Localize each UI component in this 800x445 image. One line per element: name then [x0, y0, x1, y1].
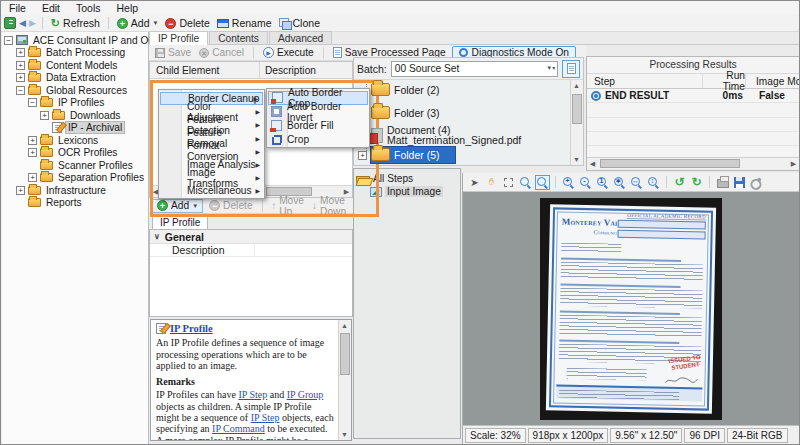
- batch-document-4[interactable]: Document (4)Matt_termination_Signed.pdf: [371, 126, 521, 145]
- vertical-scrollbar[interactable]: ▲ ▼: [570, 80, 583, 165]
- move-down-button[interactable]: ↓Move Down: [310, 195, 350, 217]
- menu-item-image-transforms[interactable]: Image Transforms▶: [159, 171, 264, 184]
- link-ip-group[interactable]: IP Group: [287, 389, 324, 400]
- save-button[interactable]: Save: [153, 47, 193, 58]
- expand-icon[interactable]: [16, 186, 25, 195]
- execute-button[interactable]: ▶Execute: [261, 47, 316, 58]
- tree-item-reports[interactable]: Reports: [2, 197, 148, 210]
- settings-wrench-icon[interactable]: [749, 175, 764, 190]
- rename-button[interactable]: Rename: [215, 17, 274, 29]
- column-step[interactable]: Step: [587, 76, 702, 87]
- zoom-actual-size-icon[interactable]: 1: [595, 175, 610, 190]
- magnifier-tool-icon[interactable]: [535, 175, 550, 190]
- menu-item-auto-border-invert[interactable]: Auto Border Invert: [267, 105, 369, 119]
- tree-item-infrastructure[interactable]: Infrastructure: [2, 184, 148, 197]
- move-up-button[interactable]: ↑Move Up: [269, 195, 306, 217]
- tree-item-separation-profiles[interactable]: Separation Profiles: [2, 172, 148, 185]
- fit-height-icon[interactable]: ↕: [646, 175, 661, 190]
- column-description[interactable]: Description: [260, 65, 316, 76]
- menu-item-crop[interactable]: Crop: [267, 132, 369, 146]
- expand-icon[interactable]: [358, 151, 367, 160]
- tab-ip-profile[interactable]: IP Profile: [149, 31, 208, 45]
- column-run-time[interactable]: Run Time: [702, 74, 745, 88]
- tree-item-global-resources[interactable]: Global Resources: [2, 84, 148, 97]
- horizontal-scrollbar[interactable]: ◀ ▶: [587, 157, 799, 170]
- vertical-scrollbar[interactable]: ▲ ▼: [338, 320, 351, 440]
- tab-advanced[interactable]: Advanced: [269, 31, 332, 44]
- rotate-left-icon[interactable]: ↺: [672, 175, 687, 190]
- zoom-region-icon[interactable]: [518, 175, 533, 190]
- expand-icon[interactable]: [16, 73, 25, 82]
- batch-folder-2[interactable]: Folder (2): [371, 83, 440, 96]
- property-row-description[interactable]: Description: [150, 244, 352, 257]
- tree-item-content-models[interactable]: Content Models: [2, 59, 148, 72]
- select-region-icon[interactable]: [501, 175, 516, 190]
- result-row-end-result[interactable]: END RESULT 0ms False: [587, 89, 799, 103]
- expand-icon[interactable]: [28, 148, 37, 157]
- print-icon[interactable]: [715, 175, 730, 190]
- scroll-right-icon[interactable]: ▶: [788, 158, 799, 169]
- step-delete-button[interactable]: −Delete: [207, 200, 254, 211]
- link-ip-command[interactable]: IP Command: [212, 423, 265, 434]
- collapse-icon[interactable]: [16, 86, 25, 95]
- expand-icon[interactable]: [28, 173, 37, 182]
- collapse-icon[interactable]: [28, 98, 37, 107]
- scroll-left-icon[interactable]: ◀: [587, 158, 598, 169]
- menu-help[interactable]: Help: [109, 2, 147, 14]
- forward-icon[interactable]: ▶: [29, 18, 36, 28]
- tree-item-lexicons[interactable]: Lexicons: [2, 134, 148, 147]
- column-child-element[interactable]: Child Element: [150, 62, 260, 78]
- batch-folder-3[interactable]: Folder (3): [371, 106, 440, 119]
- tree-item-data-extraction[interactable]: Data Extraction: [2, 72, 148, 85]
- page-view-toggle[interactable]: [562, 60, 580, 78]
- back-icon[interactable]: ◀: [19, 18, 26, 28]
- link-ip-step[interactable]: IP Step: [251, 412, 280, 423]
- collapse-icon[interactable]: [4, 36, 13, 45]
- add-button[interactable]: +Add▼: [115, 17, 161, 29]
- zoom-fit-icon[interactable]: ∗: [612, 175, 627, 190]
- zoom-in-icon[interactable]: +: [561, 175, 576, 190]
- link-ip-step[interactable]: IP Step: [238, 389, 267, 400]
- steps-root[interactable]: All Steps: [356, 172, 458, 185]
- fit-width-icon[interactable]: ↔: [629, 175, 644, 190]
- tree-item-batch-processing[interactable]: Batch Processing: [2, 47, 148, 60]
- tree-item-ocr-profiles[interactable]: OCR Profiles: [2, 147, 148, 160]
- menu-file[interactable]: File: [1, 2, 34, 14]
- clone-button[interactable]: Clone: [277, 17, 322, 29]
- batch-combobox[interactable]: 00 Source Set▼▾: [391, 61, 558, 77]
- zoom-out-icon[interactable]: -: [578, 175, 593, 190]
- tree-item-downloads[interactable]: Downloads: [2, 109, 148, 122]
- app-icon[interactable]: [4, 17, 16, 29]
- column-image-modified[interactable]: Image Modified: [745, 74, 799, 88]
- rotate-right-icon[interactable]: ↻: [689, 175, 704, 190]
- scroll-up-icon[interactable]: ▲: [571, 80, 582, 91]
- scroll-up-icon[interactable]: ▲: [339, 320, 350, 331]
- help-title-link[interactable]: IP Profile: [170, 323, 213, 334]
- expand-icon[interactable]: [16, 48, 25, 57]
- scrollbar-thumb[interactable]: [600, 159, 740, 168]
- tree-item-ip-archival[interactable]: IP - Archival: [2, 122, 148, 135]
- delete-button[interactable]: −Delete: [163, 17, 211, 29]
- menu-edit[interactable]: Edit: [34, 2, 68, 14]
- menu-item-format-conversion[interactable]: Format Conversion▶: [159, 145, 264, 158]
- tab-contents[interactable]: Contents: [209, 31, 268, 44]
- expand-icon[interactable]: [28, 136, 37, 145]
- tree-item-scanner-profiles[interactable]: Scanner Profiles: [2, 159, 148, 172]
- property-tab[interactable]: IP Profile: [152, 215, 208, 230]
- cancel-button[interactable]: ✕Cancel: [197, 47, 246, 58]
- expand-icon[interactable]: [16, 61, 25, 70]
- scrollbar-thumb[interactable]: [572, 94, 582, 124]
- menu-tools[interactable]: Tools: [68, 2, 109, 14]
- menu-item-miscellaneous[interactable]: Miscellaneous▶: [159, 184, 264, 197]
- viewer-canvas[interactable]: Monterey Valley Community College OFFICI…: [463, 192, 800, 425]
- save-image-icon[interactable]: [732, 175, 747, 190]
- expand-icon[interactable]: [40, 111, 49, 120]
- batch-folder-5-selected[interactable]: Folder (5): [371, 148, 440, 161]
- pointer-tool-icon[interactable]: ➤: [467, 175, 482, 190]
- tree-item-ip-profiles[interactable]: IP Profiles: [2, 97, 148, 110]
- tree-item-root[interactable]: ACE Consultant IP and OCR: [2, 34, 148, 47]
- refresh-button[interactable]: ↻Refresh: [49, 17, 102, 29]
- dropdown-filter-icon[interactable]: ▼▾: [546, 64, 555, 71]
- scroll-down-icon[interactable]: ▼: [339, 429, 350, 440]
- scrollbar-thumb[interactable]: [340, 333, 350, 375]
